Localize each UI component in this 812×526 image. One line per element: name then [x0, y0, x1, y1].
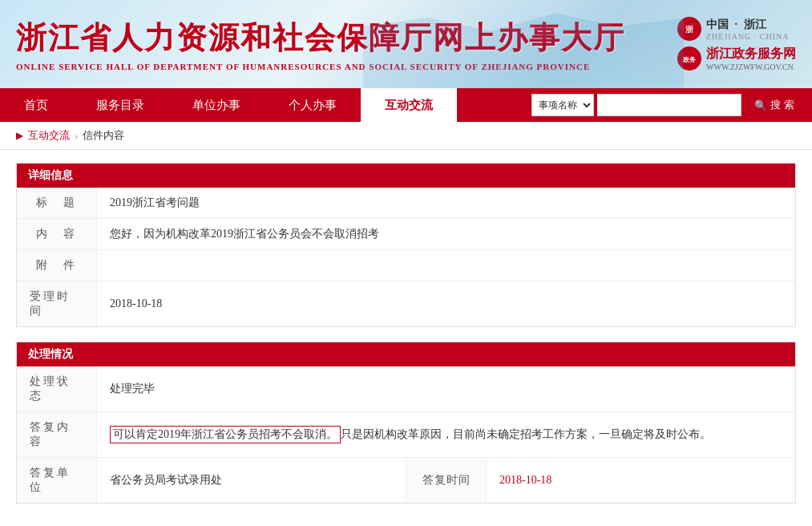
- detail-row-attachment: 附 件: [17, 250, 795, 281]
- page-header: 浙江省人力资源和社会保障厅网上办事大厅 ONLINE SERVICE HALL …: [0, 0, 812, 88]
- process-row-reply: 答复内容 可以肯定2019年浙江省公务员招考不会取消。只是因机构改革原因，目前尚…: [17, 412, 795, 458]
- gov-service-name: 浙江政务服务网: [706, 46, 796, 63]
- region-text-block: 中国 · 浙江 ZHEJIANG · CHINA: [706, 18, 790, 41]
- gov-service-text: 浙江政务服务网 WWW.ZJZWFW.GOV.CN: [706, 46, 796, 71]
- detail-label-content: 内 容: [17, 219, 97, 249]
- gov-service-block: 政务 浙江政务服务网 WWW.ZJZWFW.GOV.CN: [677, 46, 796, 71]
- detail-label-attachment: 附 件: [17, 250, 97, 281]
- detail-value-title: 2019浙江省考问题: [97, 188, 795, 218]
- nav-item-home[interactable]: 首页: [0, 88, 72, 122]
- process-label-status: 处理状态: [17, 366, 97, 411]
- process-section-body: 处理状态 处理完毕 答复内容 可以肯定2019年浙江省公务员招考不会取消。只是因…: [17, 366, 795, 503]
- nav-search: 事项名称 🔍 搜 索: [531, 94, 812, 116]
- gov-service-icon: 政务: [677, 47, 701, 71]
- search-button[interactable]: 🔍 搜 索: [745, 94, 804, 116]
- region-icon: 浙: [677, 17, 701, 41]
- process-section: 处理情况 处理状态 处理完毕 答复内容 可以肯定2019年浙江省公务员招考不会取…: [16, 342, 796, 504]
- detail-section-body: 标 题 2019浙江省考问题 内 容 您好，因为机构改革2019浙江省公务员会不…: [17, 188, 795, 326]
- detail-row-time: 受理时间 2018-10-18: [17, 281, 795, 326]
- search-type-select[interactable]: 事项名称: [531, 94, 594, 116]
- detail-row-content: 内 容 您好，因为机构改革2019浙江省公务员会不会取消招考: [17, 219, 795, 250]
- region-label: 中国 · 浙江: [706, 18, 790, 32]
- process-col-time: 答复时间 2018-10-18: [406, 458, 795, 503]
- detail-label-title: 标 题: [17, 188, 97, 218]
- header-title-block: 浙江省人力资源和社会保障厅网上办事大厅 ONLINE SERVICE HALL …: [16, 18, 677, 71]
- svg-text:浙: 浙: [685, 25, 694, 34]
- header-right-block: 浙 中国 · 浙江 ZHEJIANG · CHINA 政务 浙江政务服务: [677, 17, 796, 71]
- process-value-time: 2018-10-18: [487, 458, 795, 503]
- process-label-time: 答复时间: [406, 458, 487, 503]
- process-section-header: 处理情况: [17, 342, 795, 366]
- breadcrumb-link-interaction[interactable]: 互动交流: [28, 128, 70, 143]
- detail-section-header: 详细信息: [17, 164, 795, 188]
- region-badge: 浙 中国 · 浙江 ZHEJIANG · CHINA: [677, 17, 790, 41]
- process-row-status: 处理状态 处理完毕: [17, 366, 795, 412]
- site-sub-title: ONLINE SERVICE HALL OF DEPARTMENT OF HUM…: [16, 62, 677, 71]
- reply-highlighted-text: 可以肯定2019年浙江省公务员招考不会取消。: [110, 426, 341, 443]
- detail-section: 详细信息 标 题 2019浙江省考问题 内 容 您好，因为机构改革2019浙江省…: [16, 163, 796, 327]
- nav-item-personal[interactable]: 个人办事: [265, 88, 361, 122]
- main-content: 详细信息 标 题 2019浙江省考问题 内 容 您好，因为机构改革2019浙江省…: [0, 150, 812, 526]
- breadcrumb-sep: ›: [75, 129, 78, 142]
- nav-bar: 首页 服务目录 单位办事 个人办事 互动交流 事项名称 🔍 搜 索: [0, 88, 812, 122]
- region-pinyin: ZHEJIANG · CHINA: [706, 32, 790, 41]
- search-icon: 🔍: [754, 99, 767, 111]
- nav-item-interaction[interactable]: 互动交流: [361, 88, 457, 122]
- process-row-unit-time: 答复单位 省公务员局考试录用处 答复时间 2018-10-18: [17, 458, 795, 503]
- process-label-unit: 答复单位: [17, 458, 97, 503]
- nav-item-unit[interactable]: 单位办事: [168, 88, 265, 122]
- svg-text:政务: 政务: [682, 56, 697, 63]
- breadcrumb: ▶ 互动交流 › 信件内容: [0, 122, 812, 150]
- detail-label-time: 受理时间: [17, 281, 97, 326]
- process-label-reply: 答复内容: [17, 412, 97, 457]
- breadcrumb-arrow: ▶: [16, 130, 23, 142]
- detail-row-title: 标 题 2019浙江省考问题: [17, 188, 795, 219]
- process-value-unit: 省公务员局考试录用处: [97, 458, 406, 503]
- detail-value-attachment: [97, 250, 795, 281]
- nav-item-service[interactable]: 服务目录: [72, 88, 168, 122]
- detail-value-content: 您好，因为机构改革2019浙江省公务员会不会取消招考: [97, 219, 795, 249]
- gov-service-url: WWW.ZJZWFW.GOV.CN: [706, 63, 796, 71]
- site-main-title: 浙江省人力资源和社会保障厅网上办事大厅: [16, 18, 677, 59]
- process-value-status: 处理完毕: [97, 366, 795, 411]
- breadcrumb-current: 信件内容: [83, 128, 124, 143]
- reply-rest-text: 只是因机构改革原因，目前尚未确定招考工作方案，一旦确定将及时公布。: [341, 427, 711, 442]
- process-col-unit: 答复单位 省公务员局考试录用处: [17, 458, 406, 503]
- search-input[interactable]: [597, 94, 741, 116]
- process-value-reply: 可以肯定2019年浙江省公务员招考不会取消。只是因机构改革原因，目前尚未确定招考…: [97, 412, 795, 457]
- detail-value-time: 2018-10-18: [97, 281, 795, 326]
